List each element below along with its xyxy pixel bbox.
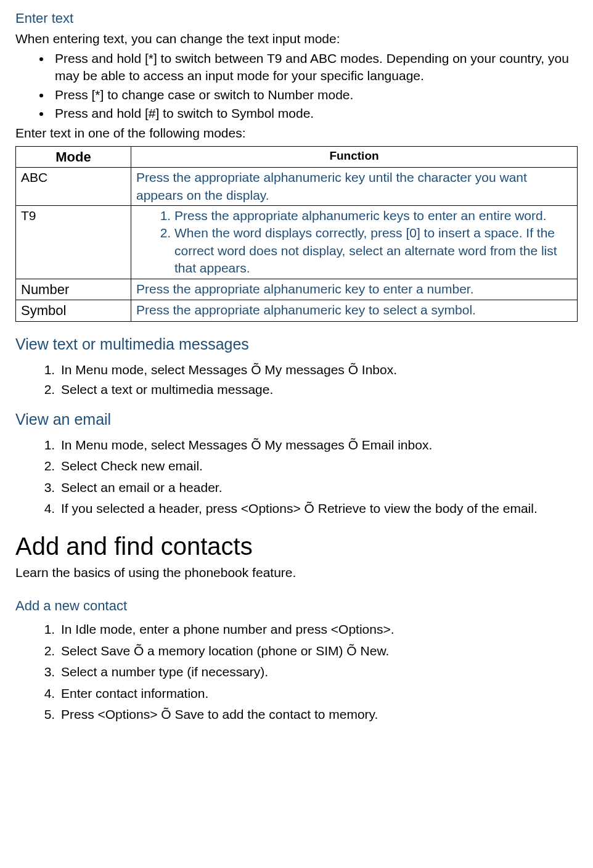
list-item: Press [*] to change case or switch to Nu…	[51, 86, 578, 104]
list-item: Press and hold [*] to switch between T9 …	[51, 50, 578, 85]
list-item: Press and hold [#] to switch to Symbol m…	[51, 105, 578, 122]
table-row: T9 Press the appropriate alphanumeric ke…	[16, 206, 578, 279]
table-row: Symbol Press the appropriate alphanumeri…	[16, 300, 578, 322]
list-item: Select a number type (if necessary).	[59, 663, 578, 681]
bullet-list: Press and hold [*] to switch between T9 …	[15, 50, 578, 122]
table-intro-text: Enter text in one of the following modes…	[15, 125, 578, 142]
col-header-function: Function	[131, 146, 578, 168]
section-heading-view-messages: View text or multimedia messages	[15, 334, 578, 355]
cell-mode: ABC	[16, 168, 131, 206]
list-item: When the word displays correctly, press …	[174, 224, 572, 277]
intro-text: When entering text, you can change the t…	[15, 30, 578, 47]
list-item: If you selected a header, press <Options…	[59, 500, 578, 517]
section-heading-enter-text: Enter text	[15, 9, 578, 28]
ordered-list: In Menu mode, select Messages Õ My messa…	[15, 436, 578, 517]
table-header-row: Mode Function	[16, 146, 578, 168]
list-item: Press <Options> Õ Save to add the contac…	[59, 706, 578, 723]
section-heading-add-contact: Add a new contact	[15, 597, 578, 615]
cell-function: Press the appropriate alphanumeric key u…	[131, 168, 578, 206]
list-item: Select Check new email.	[59, 457, 578, 475]
intro-text: Learn the basics of using the phonebook …	[15, 564, 578, 581]
list-item: Select a text or multimedia message.	[59, 381, 578, 398]
list-item: Select Save Õ a memory location (phone o…	[59, 642, 578, 660]
list-item: In Menu mode, select Messages Õ My messa…	[59, 361, 578, 379]
list-item: Select an email or a header.	[59, 479, 578, 496]
ordered-list: In Idle mode, enter a phone number and p…	[15, 621, 578, 723]
cell-function: Press the appropriate alphanumeric key t…	[131, 300, 578, 322]
section-heading-add-find-contacts: Add and find contacts	[15, 530, 578, 563]
list-item: In Menu mode, select Messages Õ My messa…	[59, 436, 578, 454]
cell-function: Press the appropriate alphanumeric keys …	[131, 206, 578, 279]
table-row: ABC Press the appropriate alphanumeric k…	[16, 168, 578, 206]
cell-function: Press the appropriate alphanumeric key t…	[131, 279, 578, 300]
table-row: Number Press the appropriate alphanumeri…	[16, 279, 578, 300]
ordered-list: In Menu mode, select Messages Õ My messa…	[15, 361, 578, 399]
col-header-mode: Mode	[16, 146, 131, 168]
section-heading-view-email: View an email	[15, 409, 578, 430]
list-item: In Idle mode, enter a phone number and p…	[59, 621, 578, 638]
cell-mode: T9	[16, 206, 131, 279]
list-item: Press the appropriate alphanumeric keys …	[174, 207, 572, 224]
cell-mode: Number	[16, 279, 131, 300]
cell-mode: Symbol	[16, 300, 131, 322]
modes-table: Mode Function ABC Press the appropriate …	[15, 146, 578, 322]
list-item: Enter contact information.	[59, 685, 578, 702]
